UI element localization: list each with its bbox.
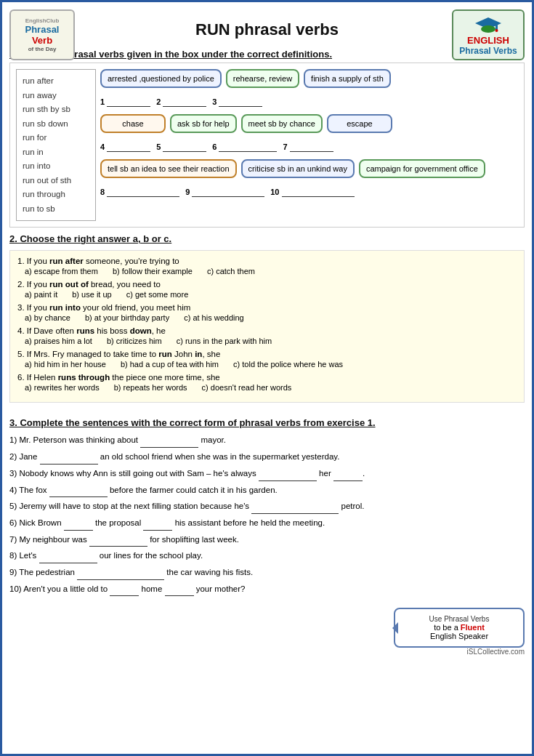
list-item: run out of sth <box>23 174 89 188</box>
list-item: run in <box>23 145 89 160</box>
def-row-1: arrested ,questioned by police rehearse,… <box>100 69 518 88</box>
logo-left-verb: Verb <box>32 35 52 46</box>
list-item: run through <box>23 188 89 202</box>
sentence-10: 10) Aren't you a little old to home your… <box>9 582 525 597</box>
section2-title: 2. Choose the right answer a, b or c. <box>9 233 525 244</box>
graduation-cap-icon <box>475 15 501 35</box>
list-item: run for <box>23 131 89 145</box>
question-3: 3. If you run into your old friend, you … <box>17 303 517 322</box>
num-entry-8: 8 <box>100 187 179 197</box>
list-item: run away <box>23 89 89 103</box>
def-bubble-10: campaign for government office <box>359 159 485 178</box>
question-2: 2. If you run out of bread, you need to … <box>17 280 517 299</box>
def-bubble-4: chase <box>100 114 166 133</box>
def-bubble-3: finish a supply of sth <box>304 69 391 88</box>
page-header: EnglishClub Phrasal Verb of the Day RUN … <box>9 9 525 43</box>
def-bubble-5: ask sb for help <box>170 114 237 133</box>
question-4: 4. If Dave often runs his boss down, he … <box>17 326 517 345</box>
list-item: run sb down <box>23 117 89 132</box>
promo-line3: English Speaker <box>404 632 514 640</box>
logo-right: ENGLISH Phrasal Verbs <box>452 9 525 60</box>
def-row-3: tell sb an idea to see their reaction cr… <box>100 159 518 178</box>
sentence-6: 6) Nick Brown the proposal his assistant… <box>9 515 525 531</box>
num-entry-10: 10 <box>270 187 354 197</box>
list-item: run sth by sb <box>23 102 89 117</box>
svg-point-3 <box>495 29 498 32</box>
sentence-1: 1) Mr. Peterson was thinking about mayor… <box>9 433 525 448</box>
page-wrapper: EnglishClub Phrasal Verb of the Day RUN … <box>9 9 525 656</box>
def-bubble-8: tell sb an idea to see their reaction <box>100 159 237 178</box>
svg-point-2 <box>481 25 495 33</box>
logo-right-english: ENGLISH <box>467 35 509 46</box>
logo-left-site: EnglishClub <box>25 17 60 24</box>
definitions-area: arrested ,questioned by police rehearse,… <box>100 69 518 221</box>
promo-box: Use Phrasal Verbs to be a Fluent English… <box>394 608 525 648</box>
credit: iSLCollective.com <box>9 648 525 656</box>
logo-left-phrasal: Phrasal <box>25 24 60 35</box>
list-item: run after <box>23 74 89 89</box>
sentence-8: 8) Let's our lines for the school play. <box>9 548 525 563</box>
logo-left: EnglishClub Phrasal Verb of the Day <box>9 9 75 60</box>
num-entry-3: 3 <box>212 97 262 107</box>
phrasal-verb-list: run after run away run sth by sb run sb … <box>16 69 96 221</box>
promo-line1: Use Phrasal Verbs <box>404 615 514 623</box>
section1-container: run after run away run sth by sb run sb … <box>9 63 525 228</box>
num-entry-2: 2 <box>156 97 206 107</box>
sentence-5: 5) Jeremy will have to stop at the next … <box>9 499 525 514</box>
def-bubble-6: meet sb by chance <box>241 114 323 133</box>
sentence-3: 3) Nobody knows why Ann is still going o… <box>9 466 525 481</box>
num-row-2: 4 5 6 7 <box>100 140 518 155</box>
footer: Use Phrasal Verbs to be a Fluent English… <box>9 608 525 648</box>
question-6: 6. If Helen runs through the piece one m… <box>17 373 517 392</box>
sentence-4: 4) The fox before the farmer could catch… <box>9 483 525 498</box>
question-5: 5. If Mrs. Fry managed to take time to r… <box>17 350 517 369</box>
num-entry-1: 1 <box>100 97 150 107</box>
section1-title: 1. Write the phrasal verbs given in the … <box>9 49 525 60</box>
section3-wrapper: 3. Complete the sentences with the corre… <box>9 409 525 600</box>
num-row-1: 1 2 3 <box>100 95 518 110</box>
section2-container: 1. If you run after someone, you're tryi… <box>9 250 525 403</box>
sentence-2: 2) Jane an old school friend when she wa… <box>9 449 525 465</box>
promo-line2: to be a Fluent <box>404 623 514 632</box>
num-entry-4: 4 <box>100 142 150 152</box>
section2-wrapper: 2. Choose the right answer a, b or c. 1.… <box>9 233 525 403</box>
list-item: run into <box>23 159 89 174</box>
num-entry-9: 9 <box>185 187 264 197</box>
def-bubble-2: rehearse, review <box>226 69 299 88</box>
page-title: RUN phrasal verbs <box>195 20 339 39</box>
def-row-2: chase ask sb for help meet sb by chance … <box>100 114 518 133</box>
logo-right-pv: Phrasal Verbs <box>459 46 517 56</box>
def-bubble-7: escape <box>327 114 392 133</box>
num-entry-5: 5 <box>156 142 206 152</box>
num-entry-7: 7 <box>283 142 333 152</box>
sentence-9: 9) The pedestrian the car waving his fis… <box>9 565 525 580</box>
sentence-7: 7) My neighbour was for shoplifting last… <box>9 532 525 547</box>
def-bubble-1: arrested ,questioned by police <box>100 69 222 88</box>
list-item: run to sb <box>23 202 89 217</box>
num-entry-6: 6 <box>212 142 277 152</box>
logo-left-ofday: of the Day <box>28 46 57 52</box>
question-1: 1. If you run after someone, you're tryi… <box>17 257 517 276</box>
section3-title: 3. Complete the sentences with the corre… <box>9 417 525 428</box>
def-bubble-9: criticise sb in an unkind way <box>241 159 355 178</box>
num-row-3: 8 9 10 <box>100 185 518 200</box>
